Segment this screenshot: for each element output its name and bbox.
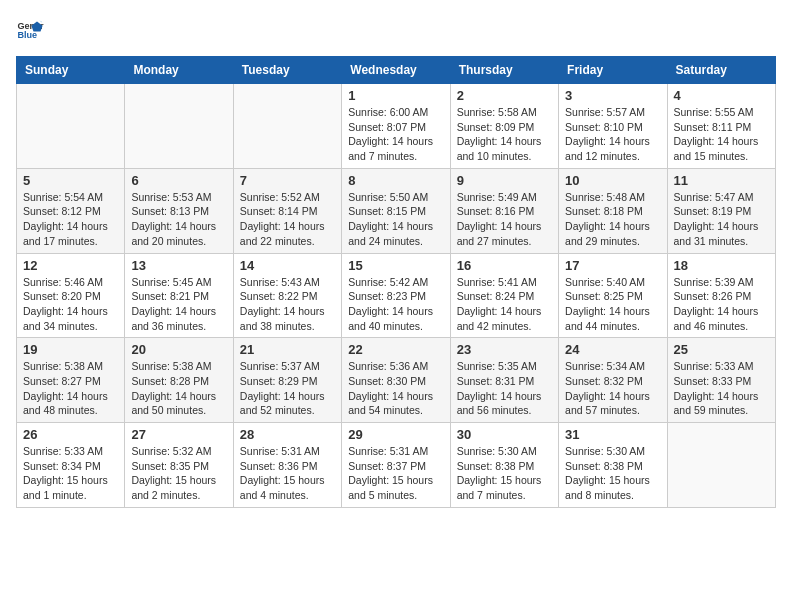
day-number: 10	[565, 173, 660, 188]
day-number: 20	[131, 342, 226, 357]
svg-text:Blue: Blue	[17, 30, 37, 40]
day-number: 30	[457, 427, 552, 442]
day-info: Sunrise: 5:34 AM Sunset: 8:32 PM Dayligh…	[565, 359, 660, 418]
calendar-cell: 2Sunrise: 5:58 AM Sunset: 8:09 PM Daylig…	[450, 84, 558, 169]
calendar-cell	[17, 84, 125, 169]
calendar-cell: 27Sunrise: 5:32 AM Sunset: 8:35 PM Dayli…	[125, 423, 233, 508]
day-info: Sunrise: 5:49 AM Sunset: 8:16 PM Dayligh…	[457, 190, 552, 249]
calendar-cell: 23Sunrise: 5:35 AM Sunset: 8:31 PM Dayli…	[450, 338, 558, 423]
day-info: Sunrise: 5:35 AM Sunset: 8:31 PM Dayligh…	[457, 359, 552, 418]
calendar-week-row: 12Sunrise: 5:46 AM Sunset: 8:20 PM Dayli…	[17, 253, 776, 338]
day-number: 5	[23, 173, 118, 188]
day-info: Sunrise: 5:47 AM Sunset: 8:19 PM Dayligh…	[674, 190, 769, 249]
day-number: 15	[348, 258, 443, 273]
day-number: 12	[23, 258, 118, 273]
day-info: Sunrise: 5:32 AM Sunset: 8:35 PM Dayligh…	[131, 444, 226, 503]
day-number: 4	[674, 88, 769, 103]
calendar-cell: 26Sunrise: 5:33 AM Sunset: 8:34 PM Dayli…	[17, 423, 125, 508]
day-info: Sunrise: 5:40 AM Sunset: 8:25 PM Dayligh…	[565, 275, 660, 334]
calendar-cell: 18Sunrise: 5:39 AM Sunset: 8:26 PM Dayli…	[667, 253, 775, 338]
calendar-cell: 22Sunrise: 5:36 AM Sunset: 8:30 PM Dayli…	[342, 338, 450, 423]
day-number: 24	[565, 342, 660, 357]
day-number: 17	[565, 258, 660, 273]
day-number: 26	[23, 427, 118, 442]
calendar-cell: 12Sunrise: 5:46 AM Sunset: 8:20 PM Dayli…	[17, 253, 125, 338]
column-header-sunday: Sunday	[17, 57, 125, 84]
calendar-week-row: 26Sunrise: 5:33 AM Sunset: 8:34 PM Dayli…	[17, 423, 776, 508]
day-info: Sunrise: 5:42 AM Sunset: 8:23 PM Dayligh…	[348, 275, 443, 334]
day-info: Sunrise: 5:54 AM Sunset: 8:12 PM Dayligh…	[23, 190, 118, 249]
calendar-cell: 3Sunrise: 5:57 AM Sunset: 8:10 PM Daylig…	[559, 84, 667, 169]
day-number: 25	[674, 342, 769, 357]
day-info: Sunrise: 5:43 AM Sunset: 8:22 PM Dayligh…	[240, 275, 335, 334]
day-number: 3	[565, 88, 660, 103]
calendar-cell	[667, 423, 775, 508]
day-info: Sunrise: 5:30 AM Sunset: 8:38 PM Dayligh…	[457, 444, 552, 503]
day-number: 22	[348, 342, 443, 357]
calendar-cell: 13Sunrise: 5:45 AM Sunset: 8:21 PM Dayli…	[125, 253, 233, 338]
day-number: 11	[674, 173, 769, 188]
calendar-cell: 19Sunrise: 5:38 AM Sunset: 8:27 PM Dayli…	[17, 338, 125, 423]
day-info: Sunrise: 5:31 AM Sunset: 8:36 PM Dayligh…	[240, 444, 335, 503]
day-info: Sunrise: 5:37 AM Sunset: 8:29 PM Dayligh…	[240, 359, 335, 418]
day-number: 19	[23, 342, 118, 357]
calendar-week-row: 5Sunrise: 5:54 AM Sunset: 8:12 PM Daylig…	[17, 168, 776, 253]
day-number: 21	[240, 342, 335, 357]
day-number: 18	[674, 258, 769, 273]
day-number: 1	[348, 88, 443, 103]
day-info: Sunrise: 5:45 AM Sunset: 8:21 PM Dayligh…	[131, 275, 226, 334]
day-number: 23	[457, 342, 552, 357]
calendar-week-row: 19Sunrise: 5:38 AM Sunset: 8:27 PM Dayli…	[17, 338, 776, 423]
day-number: 28	[240, 427, 335, 442]
day-info: Sunrise: 5:33 AM Sunset: 8:33 PM Dayligh…	[674, 359, 769, 418]
calendar-cell: 6Sunrise: 5:53 AM Sunset: 8:13 PM Daylig…	[125, 168, 233, 253]
day-info: Sunrise: 5:50 AM Sunset: 8:15 PM Dayligh…	[348, 190, 443, 249]
day-number: 6	[131, 173, 226, 188]
day-number: 16	[457, 258, 552, 273]
column-header-wednesday: Wednesday	[342, 57, 450, 84]
day-info: Sunrise: 5:36 AM Sunset: 8:30 PM Dayligh…	[348, 359, 443, 418]
day-info: Sunrise: 5:30 AM Sunset: 8:38 PM Dayligh…	[565, 444, 660, 503]
day-info: Sunrise: 5:53 AM Sunset: 8:13 PM Dayligh…	[131, 190, 226, 249]
logo-icon: General Blue	[16, 16, 44, 44]
calendar-cell: 21Sunrise: 5:37 AM Sunset: 8:29 PM Dayli…	[233, 338, 341, 423]
calendar-cell: 8Sunrise: 5:50 AM Sunset: 8:15 PM Daylig…	[342, 168, 450, 253]
calendar-cell	[233, 84, 341, 169]
calendar-cell: 24Sunrise: 5:34 AM Sunset: 8:32 PM Dayli…	[559, 338, 667, 423]
day-info: Sunrise: 5:55 AM Sunset: 8:11 PM Dayligh…	[674, 105, 769, 164]
calendar-cell: 25Sunrise: 5:33 AM Sunset: 8:33 PM Dayli…	[667, 338, 775, 423]
day-number: 29	[348, 427, 443, 442]
logo: General Blue	[16, 16, 44, 44]
day-info: Sunrise: 5:38 AM Sunset: 8:27 PM Dayligh…	[23, 359, 118, 418]
calendar-table: SundayMondayTuesdayWednesdayThursdayFrid…	[16, 56, 776, 508]
day-number: 8	[348, 173, 443, 188]
day-info: Sunrise: 5:31 AM Sunset: 8:37 PM Dayligh…	[348, 444, 443, 503]
day-number: 13	[131, 258, 226, 273]
calendar-cell: 9Sunrise: 5:49 AM Sunset: 8:16 PM Daylig…	[450, 168, 558, 253]
day-info: Sunrise: 5:38 AM Sunset: 8:28 PM Dayligh…	[131, 359, 226, 418]
day-info: Sunrise: 5:46 AM Sunset: 8:20 PM Dayligh…	[23, 275, 118, 334]
day-info: Sunrise: 6:00 AM Sunset: 8:07 PM Dayligh…	[348, 105, 443, 164]
day-info: Sunrise: 5:39 AM Sunset: 8:26 PM Dayligh…	[674, 275, 769, 334]
day-number: 9	[457, 173, 552, 188]
page-header: General Blue	[16, 16, 776, 44]
column-header-friday: Friday	[559, 57, 667, 84]
calendar-cell: 1Sunrise: 6:00 AM Sunset: 8:07 PM Daylig…	[342, 84, 450, 169]
calendar-cell: 7Sunrise: 5:52 AM Sunset: 8:14 PM Daylig…	[233, 168, 341, 253]
calendar-cell: 31Sunrise: 5:30 AM Sunset: 8:38 PM Dayli…	[559, 423, 667, 508]
calendar-cell	[125, 84, 233, 169]
calendar-cell: 20Sunrise: 5:38 AM Sunset: 8:28 PM Dayli…	[125, 338, 233, 423]
calendar-cell: 17Sunrise: 5:40 AM Sunset: 8:25 PM Dayli…	[559, 253, 667, 338]
day-number: 14	[240, 258, 335, 273]
day-number: 7	[240, 173, 335, 188]
day-info: Sunrise: 5:57 AM Sunset: 8:10 PM Dayligh…	[565, 105, 660, 164]
calendar-header-row: SundayMondayTuesdayWednesdayThursdayFrid…	[17, 57, 776, 84]
calendar-cell: 16Sunrise: 5:41 AM Sunset: 8:24 PM Dayli…	[450, 253, 558, 338]
calendar-cell: 4Sunrise: 5:55 AM Sunset: 8:11 PM Daylig…	[667, 84, 775, 169]
calendar-cell: 30Sunrise: 5:30 AM Sunset: 8:38 PM Dayli…	[450, 423, 558, 508]
day-number: 2	[457, 88, 552, 103]
day-info: Sunrise: 5:52 AM Sunset: 8:14 PM Dayligh…	[240, 190, 335, 249]
day-info: Sunrise: 5:48 AM Sunset: 8:18 PM Dayligh…	[565, 190, 660, 249]
column-header-monday: Monday	[125, 57, 233, 84]
calendar-cell: 5Sunrise: 5:54 AM Sunset: 8:12 PM Daylig…	[17, 168, 125, 253]
